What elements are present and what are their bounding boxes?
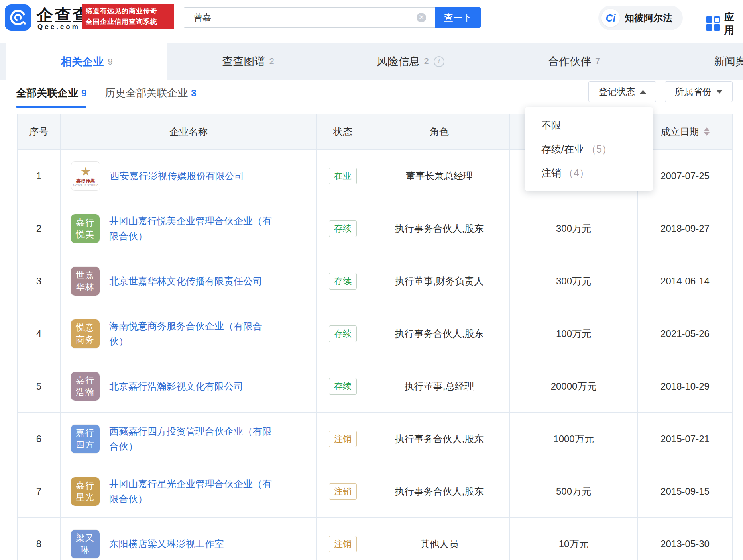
- tab-label: 相关企业: [61, 55, 104, 69]
- dropdown-item-不限[interactable]: 不限: [525, 113, 653, 137]
- company-logo[interactable]: 嘉行四方: [71, 425, 100, 453]
- logo-line: 星光: [76, 491, 95, 503]
- date-cell: 2018-09-27: [638, 202, 732, 255]
- logo-line: 悦美: [76, 229, 95, 241]
- tab-count: 2: [269, 56, 274, 67]
- company-logo[interactable]: 梁又琳: [71, 530, 100, 558]
- company-name-link[interactable]: 东阳横店梁又琳影视工作室: [109, 537, 224, 552]
- company-cell: 梁又琳东阳横店梁又琳影视工作室: [61, 518, 317, 560]
- capital-cell: 300万元: [510, 202, 638, 255]
- sort-icon: [704, 127, 710, 136]
- column-header-3: 状态: [317, 114, 369, 150]
- date-cell: 2015-09-15: [638, 465, 732, 518]
- table-row: 3世嘉华林北京世嘉华林文化传播有限责任公司存续执行董事,财务负责人300万元20…: [18, 255, 732, 307]
- subtab-label: 全部关联企业: [16, 87, 78, 99]
- company-cell: 世嘉华林北京世嘉华林文化传播有限责任公司: [61, 255, 317, 307]
- apps-link[interactable]: 应用: [706, 10, 743, 37]
- status-badge: 在业: [329, 168, 357, 184]
- registration-status-filter[interactable]: 登记状态: [588, 81, 656, 102]
- company-logo[interactable]: ★嘉行传媒JAYWALK STUDIO: [71, 161, 100, 191]
- company-logo[interactable]: 嘉行星光: [71, 477, 100, 506]
- table-row: 6嘉行四方西藏嘉行四方投资管理合伙企业（有限合伙）注销执行事务合伙人,股东100…: [18, 413, 732, 465]
- subtab-all-related[interactable]: 全部关联企业9: [16, 86, 86, 108]
- registration-status-dropdown: 不限存续/在业（5）注销（4）: [525, 107, 653, 191]
- company-name-link[interactable]: 西安嘉行影视传媒股份有限公司: [110, 168, 244, 184]
- tab-合作伙伴[interactable]: 合作伙伴7: [492, 43, 656, 80]
- company-name-link[interactable]: 北京嘉行浩瀚影视文化有限公司: [109, 379, 243, 394]
- qcc-related-companies-page: 企查查 Qcc.com 缔造有远见的商业传奇 全国企业信用查询系统 ✕ 查一下 …: [0, 0, 743, 560]
- company-name-link[interactable]: 北京世嘉华林文化传播有限责任公司: [109, 274, 262, 289]
- status-badge: 注销: [329, 483, 357, 500]
- status-cell: 存续: [317, 360, 369, 413]
- logo-line: 嘉行: [76, 374, 95, 386]
- info-icon[interactable]: i: [434, 56, 444, 67]
- table-row: 5嘉行浩瀚北京嘉行浩瀚影视文化有限公司存续执行董事,总经理20000万元2018…: [18, 360, 732, 413]
- qcc-logo-icon[interactable]: [5, 4, 31, 31]
- tab-查查图谱[interactable]: 查查图谱2: [167, 43, 329, 80]
- role-cell: 执行董事,总经理: [369, 360, 510, 413]
- company-name-link[interactable]: 井冈山嘉行悦美企业管理合伙企业（有限合伙）: [109, 213, 273, 244]
- logo-line: 嘉行: [76, 217, 95, 229]
- sort-down-icon: [704, 132, 710, 136]
- row-number: 1: [18, 150, 61, 202]
- company-name-link[interactable]: 井冈山嘉行星光企业管理合伙企业（有限合伙）: [109, 476, 273, 507]
- subtab-count: 3: [191, 88, 196, 98]
- column-header-4: 角色: [369, 114, 510, 150]
- status-badge: 存续: [329, 273, 357, 290]
- company-cell: 嘉行四方西藏嘉行四方投资管理合伙企业（有限合伙）: [61, 413, 317, 465]
- tab-count: 2: [424, 56, 429, 67]
- tab-新闻舆情[interactable]: 新闻舆情: [656, 43, 743, 80]
- star-icon: ★: [81, 166, 91, 178]
- row-number: 4: [18, 307, 61, 360]
- tab-label: 新闻舆情: [714, 54, 743, 69]
- company-cell: 嘉行浩瀚北京嘉行浩瀚影视文化有限公司: [61, 360, 317, 413]
- date-cell: 2015-07-21: [638, 413, 732, 465]
- zhibi-alpha-link[interactable]: Ci 知彼阿尔法: [598, 6, 683, 30]
- date-cell: 2014-06-14: [638, 255, 732, 307]
- dropdown-item-label: 不限: [541, 119, 561, 132]
- column-header-1: 序号: [18, 114, 61, 150]
- table-row: 4悦意商务海南悦意商务服务合伙企业（有限合伙）存续执行事务合伙人,股东100万元…: [18, 307, 732, 360]
- tab-count: 7: [595, 56, 600, 67]
- search-input[interactable]: [184, 7, 435, 28]
- caret-down-icon: [716, 90, 723, 94]
- slogan-line1: 缔造有远见的商业传奇: [86, 6, 174, 16]
- clear-search-icon[interactable]: ✕: [417, 13, 426, 22]
- company-cell: ★嘉行传媒JAYWALK STUDIO西安嘉行影视传媒股份有限公司: [61, 150, 317, 202]
- zhibi-alpha-icon: Ci: [601, 9, 620, 27]
- capital-cell: 500万元: [510, 465, 638, 518]
- tab-风险信息[interactable]: 风险信息2i: [329, 43, 492, 80]
- table-body: 1★嘉行传媒JAYWALK STUDIO西安嘉行影视传媒股份有限公司在业董事长兼…: [18, 150, 732, 560]
- dropdown-item-注销[interactable]: 注销（4）: [525, 161, 653, 185]
- search-button[interactable]: 查一下: [435, 7, 481, 28]
- company-name-link[interactable]: 海南悦意商务服务合伙企业（有限合伙）: [109, 319, 273, 349]
- tab-bar: 相关企业9查查图谱2风险信息2i合作伙伴7新闻舆情: [0, 43, 743, 80]
- status-badge: 注销: [329, 536, 357, 552]
- company-logo[interactable]: 悦意商务: [71, 319, 100, 348]
- logo-line: 浩瀚: [76, 386, 95, 398]
- tab-label: 风险信息: [377, 54, 420, 69]
- status-badge: 注销: [329, 431, 357, 447]
- row-number: 6: [18, 413, 61, 465]
- status-cell: 在业: [317, 150, 369, 202]
- header-divider: [698, 10, 698, 25]
- dropdown-item-存续/在业[interactable]: 存续/在业（5）: [525, 137, 653, 161]
- date-cell: 2018-10-29: [638, 360, 732, 413]
- tab-相关企业[interactable]: 相关企业9: [6, 43, 167, 80]
- logo-line: 商务: [76, 334, 95, 346]
- date-cell: 2013-05-30: [638, 518, 732, 560]
- role-cell: 执行董事,财务负责人: [369, 255, 510, 307]
- row-number: 2: [18, 202, 61, 255]
- subtab-history-related[interactable]: 历史全部关联企业3: [105, 86, 196, 108]
- role-cell: 执行事务合伙人,股东: [369, 307, 510, 360]
- company-name-link[interactable]: 西藏嘉行四方投资管理合伙企业（有限合伙）: [109, 424, 273, 454]
- company-logo[interactable]: 世嘉华林: [71, 267, 100, 296]
- company-logo[interactable]: 嘉行悦美: [71, 214, 100, 243]
- active-subtab-underline: [16, 106, 86, 108]
- brand-domain: Qcc.com: [37, 23, 80, 31]
- apps-label: 应用: [724, 10, 743, 37]
- row-number: 3: [18, 255, 61, 307]
- province-label: 所属省份: [675, 86, 712, 98]
- province-filter[interactable]: 所属省份: [665, 81, 733, 102]
- company-logo[interactable]: 嘉行浩瀚: [71, 372, 100, 401]
